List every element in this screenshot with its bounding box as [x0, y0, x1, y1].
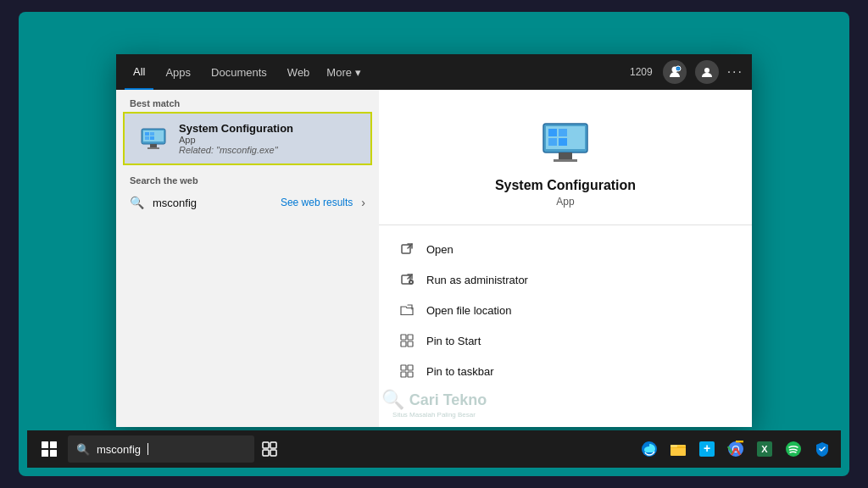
svg-rect-16 [548, 129, 557, 136]
action-pin-taskbar-label: Pin to taskbar [426, 365, 494, 378]
chrome-icon[interactable] [724, 437, 748, 461]
svg-rect-33 [42, 450, 48, 457]
svg-text:!: ! [677, 67, 678, 72]
svg-text:+: + [704, 441, 710, 455]
taskbar-search-icon: 🔍 [76, 443, 90, 456]
task-view-icon[interactable] [258, 437, 281, 461]
outer-frame: All Apps Documents Web More ▾ 1209 ! [19, 12, 849, 476]
spotify-icon[interactable] [782, 437, 805, 461]
svg-rect-32 [50, 441, 57, 448]
left-panel: Best match [116, 90, 379, 427]
taskbar: 🔍 msconfig [27, 430, 841, 468]
svg-rect-31 [42, 441, 48, 448]
pin-start-icon [399, 333, 415, 348]
svg-rect-23 [401, 335, 406, 340]
svg-rect-10 [145, 136, 149, 140]
svg-rect-38 [270, 450, 276, 456]
profile-icon[interactable] [695, 60, 719, 84]
system-config-icon [138, 124, 169, 154]
action-pin-start-label: Pin to Start [426, 335, 481, 347]
tab-web[interactable]: Web [279, 54, 319, 90]
svg-rect-17 [559, 129, 567, 136]
taskbar-search-bar[interactable]: 🔍 msconfig [68, 435, 254, 463]
right-app-name: System Configuration [495, 178, 636, 193]
search-circle-icon: 🔍 [130, 196, 144, 209]
svg-rect-29 [401, 372, 406, 377]
best-match-name: System Configuration [179, 122, 293, 135]
best-match-info: System Configuration App Related: "mscon… [179, 122, 293, 155]
right-actions: Open [379, 225, 752, 395]
folder-icon [399, 302, 415, 318]
best-match-item[interactable]: System Configuration App Related: "mscon… [123, 112, 372, 165]
svg-rect-37 [263, 450, 269, 456]
svg-rect-6 [150, 144, 157, 147]
svg-text:X: X [761, 444, 768, 454]
svg-rect-41 [670, 445, 677, 447]
right-app-icon [538, 115, 593, 169]
action-open[interactable]: Open [379, 234, 752, 264]
desktop-bg: All Apps Documents Web More ▾ 1209 ! [27, 20, 841, 468]
tab-more[interactable]: More ▾ [321, 61, 365, 84]
web-search-arrow-icon: › [361, 196, 365, 209]
open-icon [399, 241, 415, 257]
pin-taskbar-icon [399, 363, 415, 379]
svg-rect-34 [50, 450, 57, 457]
nav-icons: ! ··· [663, 60, 743, 84]
svg-rect-14 [559, 152, 572, 159]
svg-rect-27 [401, 365, 406, 370]
taskbar-icons: + [637, 437, 834, 461]
svg-rect-25 [401, 341, 406, 347]
start-button[interactable] [34, 434, 64, 464]
svg-rect-18 [548, 138, 557, 146]
user-avatar-icon[interactable]: ! [663, 60, 687, 84]
right-top: System Configuration App [379, 90, 752, 225]
action-open-label: Open [426, 243, 453, 256]
svg-rect-11 [150, 136, 154, 140]
svg-rect-8 [145, 132, 149, 136]
svg-rect-35 [263, 442, 269, 448]
svg-rect-19 [559, 138, 567, 146]
web-section-label: Search the web [116, 165, 379, 189]
svg-rect-30 [408, 372, 413, 377]
best-match-related: Related: "msconfig.exe" [179, 145, 293, 155]
defender-icon[interactable] [810, 437, 834, 461]
action-run-admin-label: Run as administrator [426, 274, 528, 286]
search-window: All Apps Documents Web More ▾ 1209 ! [116, 54, 752, 427]
taskbar-search-cursor [147, 443, 148, 455]
excel-icon[interactable]: X [753, 437, 776, 461]
edge-icon[interactable] [637, 437, 661, 461]
svg-rect-15 [554, 159, 577, 162]
tab-all[interactable]: All [125, 54, 153, 90]
svg-point-3 [704, 68, 709, 73]
store-icon[interactable]: + [695, 437, 719, 461]
action-open-location[interactable]: Open file location [379, 295, 752, 325]
right-app-type: App [556, 196, 574, 208]
web-search-sub: See web results [281, 197, 353, 208]
search-content: Best match [116, 90, 752, 427]
action-run-admin[interactable]: Run as administrator [379, 264, 752, 295]
nav-more-dots[interactable]: ··· [727, 64, 743, 80]
svg-rect-26 [408, 341, 413, 347]
admin-icon [399, 272, 415, 287]
svg-rect-36 [270, 442, 276, 448]
nav-time: 1209 [630, 66, 653, 78]
search-nav: All Apps Documents Web More ▾ 1209 ! [116, 54, 752, 90]
web-search-query: msconfig [153, 197, 272, 209]
right-panel: System Configuration App [379, 90, 752, 427]
best-match-label: Best match [116, 90, 379, 112]
svg-rect-28 [408, 365, 413, 370]
taskbar-search-text: msconfig [97, 443, 141, 456]
action-open-location-label: Open file location [426, 304, 511, 317]
svg-rect-24 [408, 335, 413, 340]
svg-rect-9 [150, 132, 154, 136]
svg-rect-7 [147, 147, 159, 149]
action-pin-start[interactable]: Pin to Start [379, 325, 752, 356]
explorer-icon[interactable] [666, 437, 690, 461]
svg-rect-5 [143, 130, 164, 141]
action-pin-taskbar[interactable]: Pin to taskbar [379, 356, 752, 386]
tab-apps[interactable]: Apps [157, 54, 199, 90]
web-search-item[interactable]: 🔍 msconfig See web results › [116, 189, 379, 216]
tab-documents[interactable]: Documents [203, 54, 275, 90]
best-match-type: App [179, 135, 293, 145]
